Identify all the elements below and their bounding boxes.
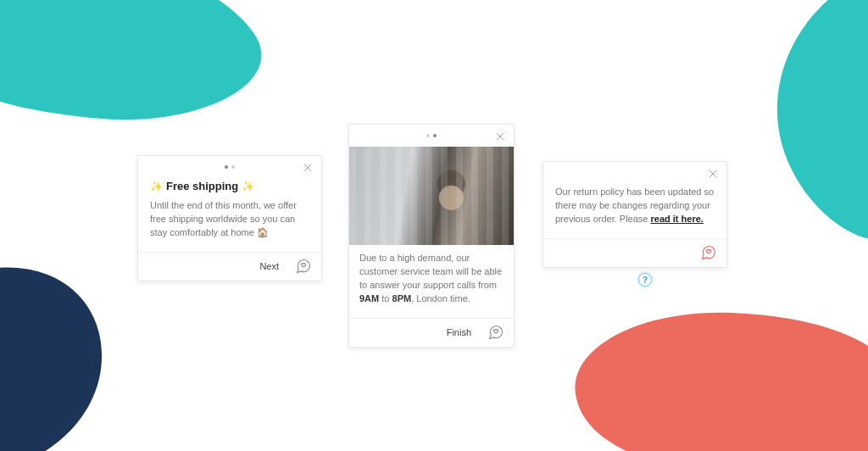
card-body: Due to a high demand, our customer servi… bbox=[349, 245, 514, 318]
read-policy-link[interactable]: read it here. bbox=[651, 214, 704, 224]
reaction-icon[interactable] bbox=[294, 257, 313, 276]
popup-card-free-shipping: ✨ Free shipping ✨ Until the end of this … bbox=[137, 155, 322, 281]
pagination-dots bbox=[225, 165, 235, 169]
pagination-dot bbox=[426, 134, 430, 137]
close-icon[interactable] bbox=[299, 159, 316, 176]
sparkles-icon: ✨ bbox=[242, 181, 254, 192]
popup-card-return-policy: Our return policy has been updated so th… bbox=[542, 161, 727, 268]
card-body-text: Due to a high demand, our customer servi… bbox=[359, 252, 504, 306]
text: Until the end of this month, we offer fr… bbox=[150, 200, 297, 237]
card-title-text: Free shipping bbox=[166, 180, 238, 192]
help-icon[interactable]: ? bbox=[638, 273, 652, 287]
finish-button[interactable]: Finish bbox=[440, 324, 478, 341]
bold-text: 8PM bbox=[392, 293, 412, 303]
card-header bbox=[349, 125, 514, 147]
card-title: ✨ Free shipping ✨ bbox=[150, 180, 309, 192]
popup-card-support-hours: Due to a high demand, our customer servi… bbox=[348, 124, 515, 348]
reaction-icon[interactable] bbox=[699, 243, 718, 262]
card-footer: Next bbox=[138, 252, 321, 281]
card-body: Our return policy has been updated so th… bbox=[543, 184, 726, 238]
card-body-text: Our return policy has been updated so th… bbox=[555, 186, 715, 226]
card-footer: Finish bbox=[349, 318, 514, 347]
text: , London time. bbox=[411, 293, 470, 303]
next-button[interactable]: Next bbox=[253, 258, 286, 275]
pagination-dot bbox=[433, 134, 437, 137]
card-header bbox=[138, 156, 321, 178]
card-body-text: Until the end of this month, we offer fr… bbox=[150, 199, 309, 240]
pagination-dot bbox=[225, 165, 228, 169]
card-footer bbox=[543, 238, 726, 267]
sparkles-icon: ✨ bbox=[150, 181, 163, 192]
reaction-icon[interactable] bbox=[487, 323, 505, 342]
text: Due to a high demand, our customer servi… bbox=[359, 253, 502, 290]
text: to bbox=[379, 293, 392, 303]
card-body: ✨ Free shipping ✨ Until the end of this … bbox=[138, 178, 321, 252]
card-header bbox=[543, 162, 726, 184]
close-icon[interactable] bbox=[492, 128, 509, 145]
close-icon[interactable] bbox=[704, 165, 721, 182]
pagination-dots bbox=[426, 134, 437, 137]
pagination-dot bbox=[231, 165, 235, 169]
bold-text: 9AM bbox=[359, 293, 379, 303]
card-hero-image bbox=[349, 147, 514, 245]
house-icon: 🏠 bbox=[257, 227, 269, 237]
